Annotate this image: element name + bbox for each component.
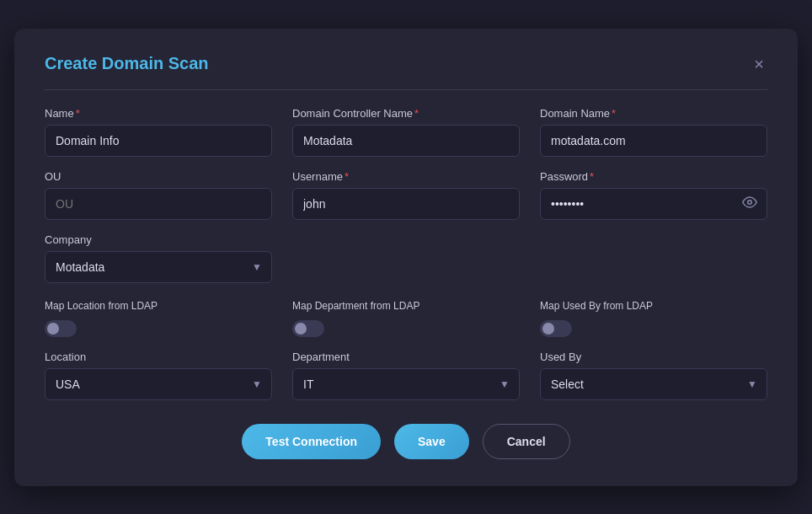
- close-button[interactable]: ×: [751, 52, 767, 76]
- used-by-label: Used By: [540, 351, 767, 363]
- company-select[interactable]: Motadata Other: [45, 251, 272, 283]
- modal-title: Create Domain Scan: [45, 54, 209, 73]
- name-group: Name*: [45, 107, 272, 157]
- name-label: Name*: [45, 107, 272, 120]
- map-department-toggle-section: Map Department from LDAP: [292, 300, 520, 337]
- location-group: Location USA UK India ▼: [45, 351, 272, 400]
- save-button[interactable]: Save: [394, 424, 469, 459]
- domain-name-group: Domain Name*: [540, 107, 767, 157]
- company-select-wrapper: Motadata Other ▼: [45, 251, 272, 283]
- ou-input[interactable]: [45, 188, 272, 220]
- username-input[interactable]: [292, 188, 520, 220]
- department-group: Department IT HR Finance ▼: [292, 351, 520, 400]
- map-used-by-toggle-section: Map Used By from LDAP: [540, 300, 767, 337]
- map-department-toggle[interactable]: [292, 320, 324, 337]
- password-toggle-button[interactable]: [740, 193, 759, 215]
- modal-dialog: Create Domain Scan × Name* Domain Contro…: [14, 29, 798, 486]
- empty-col-2: [292, 233, 520, 283]
- modal-header: Create Domain Scan ×: [45, 52, 767, 90]
- password-wrapper: [540, 188, 767, 220]
- cancel-button[interactable]: Cancel: [483, 424, 570, 459]
- modal-overlay: Create Domain Scan × Name* Domain Contro…: [0, 0, 812, 514]
- ou-group: OU: [45, 170, 272, 220]
- map-location-toggle[interactable]: [45, 320, 77, 337]
- svg-point-0: [748, 200, 752, 204]
- used-by-group: Used By Select Option1 Option2 ▼: [540, 351, 767, 400]
- location-select-wrapper: USA UK India ▼: [45, 368, 272, 400]
- company-label: Company: [45, 233, 272, 246]
- test-connection-button[interactable]: Test Connection: [242, 424, 381, 459]
- username-group: Username*: [292, 170, 520, 220]
- domain-controller-group: Domain Controller Name*: [292, 107, 520, 157]
- department-label: Department: [292, 351, 520, 363]
- ou-label: OU: [45, 170, 272, 183]
- used-by-select-wrapper: Select Option1 Option2 ▼: [540, 368, 767, 400]
- domain-controller-input[interactable]: [292, 125, 520, 157]
- password-label: Password*: [540, 170, 767, 183]
- location-label: Location: [45, 351, 272, 363]
- modal-footer: Test Connection Save Cancel: [45, 424, 767, 459]
- domain-controller-label: Domain Controller Name*: [292, 107, 520, 120]
- map-used-by-toggle[interactable]: [540, 320, 572, 337]
- company-group: Company Motadata Other ▼: [45, 233, 272, 283]
- map-location-label: Map Location from LDAP: [45, 300, 272, 312]
- location-select[interactable]: USA UK India: [45, 368, 272, 400]
- department-select-wrapper: IT HR Finance ▼: [292, 368, 520, 400]
- password-group: Password*: [540, 170, 767, 220]
- map-used-by-label: Map Used By from LDAP: [540, 300, 767, 312]
- name-input[interactable]: [45, 125, 272, 157]
- domain-name-label: Domain Name*: [540, 107, 767, 120]
- map-location-toggle-section: Map Location from LDAP: [45, 300, 272, 337]
- used-by-select[interactable]: Select Option1 Option2: [540, 368, 767, 400]
- domain-name-input[interactable]: [540, 125, 767, 157]
- department-select[interactable]: IT HR Finance: [292, 368, 520, 400]
- empty-col-3: [540, 233, 767, 283]
- map-department-label: Map Department from LDAP: [292, 300, 520, 312]
- username-label: Username*: [292, 170, 520, 183]
- password-input[interactable]: [540, 188, 767, 220]
- form-grid: Name* Domain Controller Name* Domain Nam…: [45, 107, 767, 400]
